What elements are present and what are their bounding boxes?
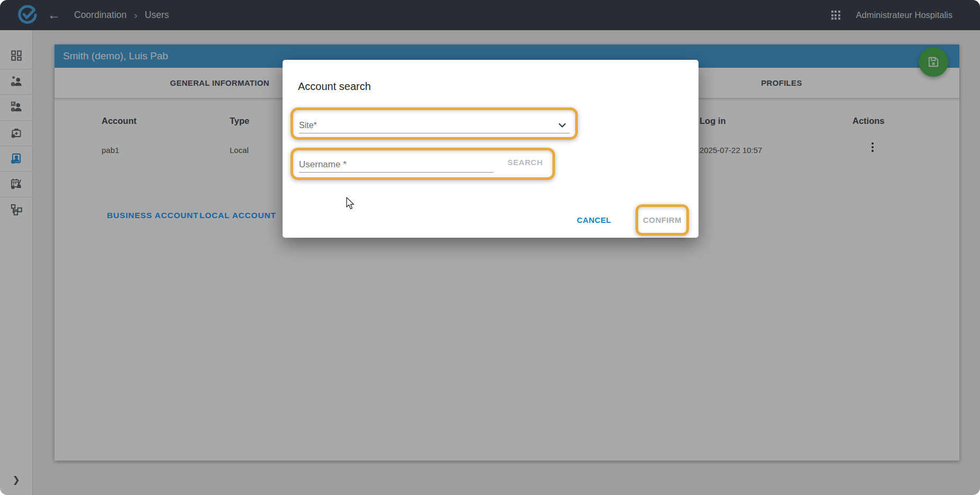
search-button[interactable]: SEARCH [507, 158, 543, 167]
tutorial-highlight-site: Site* [291, 107, 578, 140]
site-select-underline [299, 133, 570, 133]
site-select-label: Site* [299, 121, 317, 130]
tutorial-highlight-confirm: CONFIRM [636, 204, 689, 236]
username-input[interactable] [299, 157, 494, 173]
dialog-title: Account search [298, 80, 371, 93]
chevron-down-icon[interactable] [558, 123, 566, 128]
tutorial-highlight-username: SEARCH [291, 148, 555, 180]
application-window: ← Coordination › Users Administrateur Ho… [0, 0, 980, 495]
account-search-dialog: Account search Site* SEARCH CANCEL CONFI… [283, 60, 698, 238]
cancel-button[interactable]: CANCEL [577, 215, 611, 224]
confirm-button[interactable]: CONFIRM [638, 207, 686, 233]
